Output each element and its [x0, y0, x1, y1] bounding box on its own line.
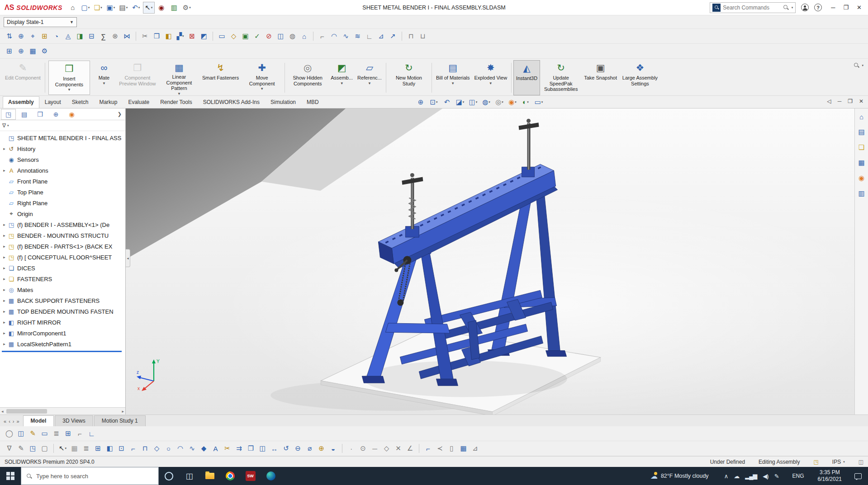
task-pane-home-icon[interactable]: ⌂	[859, 113, 863, 121]
home-icon[interactable]: ⌂	[67, 2, 79, 14]
ribbon-button-component-preview-window[interactable]: ❐Component Preview Window	[117, 60, 158, 95]
ribbon-button-edit-component[interactable]: ✎Edit Component	[3, 60, 43, 95]
task-view-icon[interactable]: ◫	[179, 467, 199, 485]
custom-tool-icon[interactable]: ⌖	[27, 30, 38, 42]
custom-tool-icon[interactable]: ◫	[275, 30, 286, 42]
select-arrow-icon[interactable]: ↖▾	[143, 2, 155, 14]
custom-tool-icon[interactable]: ◔	[51, 30, 62, 42]
expand-arrow-icon[interactable]: ▸	[1, 168, 7, 173]
graphics-viewport[interactable]: Y z x	[126, 108, 854, 414]
custom-tool-icon[interactable]: ✂	[139, 30, 151, 42]
custom-tool-icon[interactable]: ⊿	[375, 30, 387, 42]
ribbon-tab-mbd[interactable]: MBD	[301, 96, 324, 108]
sketch-tool-icon[interactable]: ▦	[69, 443, 80, 454]
custom-tool-icon[interactable]: ◨	[74, 30, 85, 42]
zoom-area-icon[interactable]: ⊡▾	[428, 97, 439, 107]
expand-arrow-icon[interactable]: ▸	[1, 244, 7, 249]
sketch-tool-icon[interactable]: ❒	[245, 443, 256, 454]
sketch-setting-tool-icon[interactable]: ⚙	[39, 45, 50, 57]
language-indicator[interactable]: ENG	[789, 473, 808, 479]
hidden-icons-chevron[interactable]: ∧	[724, 473, 728, 480]
sketch-tool-icon[interactable]: ◇	[151, 443, 162, 454]
custom-tool-icon[interactable]: ⋈	[121, 30, 133, 42]
custom-tool-icon[interactable]: ◍	[287, 30, 298, 42]
tab-nav-arrow-0[interactable]: «	[4, 419, 6, 424]
ribbon-tab-render-tools[interactable]: Render Tools	[155, 96, 198, 108]
ribbon-button-new-motion-study[interactable]: ↻New Motion Study	[388, 60, 430, 95]
ribbon-button-update-speedpak-subassemblies[interactable]: ↻Update SpeedPak Subassemblies	[540, 60, 582, 95]
custom-tool-icon[interactable]: ◬	[62, 30, 74, 42]
restore-window-button[interactable]: ❐	[843, 4, 849, 11]
appearances-tab[interactable]: ◉	[64, 109, 79, 120]
start-button[interactable]	[0, 467, 21, 485]
ribbon-button-assemb[interactable]: ◩Assemb...▼	[328, 60, 355, 95]
solidworks-icon[interactable]: SW	[240, 467, 261, 485]
sketch-tool-icon[interactable]: ◠	[175, 443, 186, 454]
ribbon-expand-caret-icon[interactable]: ▾	[862, 64, 863, 67]
sketch-setting-tool-icon[interactable]: ⊞	[4, 45, 15, 57]
sketch-tool-icon[interactable]: ≺	[434, 443, 446, 454]
expand-arrow-icon[interactable]: ▸	[1, 266, 7, 270]
markup-tool-icon[interactable]: ✎	[27, 428, 38, 439]
expand-arrow-icon[interactable]: ▸	[1, 331, 7, 335]
markup-tool-icon[interactable]: ⌐	[74, 428, 85, 439]
custom-tool-icon[interactable]: ⊕	[15, 30, 27, 42]
custom-tool-icon[interactable]: ⊞	[39, 30, 50, 42]
command-search-box[interactable]: ▾	[710, 2, 796, 13]
report-icon[interactable]: ▥	[168, 2, 180, 14]
ribbon-tab-sketch[interactable]: Sketch	[66, 96, 94, 108]
minimize-document-icon[interactable]: ─	[838, 98, 842, 104]
tree-item-top-plane[interactable]: ▱Top Plane	[0, 187, 125, 198]
panel-tabs-overflow-chevron[interactable]: ❯	[115, 111, 124, 117]
expand-arrow-icon[interactable]: ▸	[1, 277, 7, 281]
expand-arrow-icon[interactable]: ▸	[1, 222, 7, 227]
custom-tool-icon[interactable]: ∑	[98, 30, 109, 42]
sketch-tool-icon[interactable]: ✂	[222, 443, 233, 454]
appearances-pane-icon[interactable]: ◉	[859, 174, 864, 182]
sketch-tool-icon[interactable]: ⊡	[116, 443, 127, 454]
display-state-dropdown[interactable]: Display State-1 ▼	[4, 17, 77, 27]
ribbon-tab-layout[interactable]: Layout	[39, 96, 66, 108]
custom-tool-icon[interactable]: ⇅	[4, 30, 15, 42]
tree-item-back-support-fasteners[interactable]: ▸▦BACK SUPPORT FASTENERS	[0, 295, 125, 306]
restore-document-icon[interactable]: ❐	[848, 98, 853, 104]
panel-collapse-handle[interactable]: ◂	[126, 249, 130, 267]
custom-tool-icon[interactable]: ◧	[163, 30, 174, 42]
volume-icon[interactable]: ◀)	[763, 473, 768, 480]
markup-tool-icon[interactable]: ≣	[51, 428, 62, 439]
tree-item-right-plane[interactable]: ▱Right Plane	[0, 198, 125, 208]
sketch-tool-icon[interactable]: ∿	[186, 443, 198, 454]
tree-item-localsketchpattern1[interactable]: ▸▦LocalSketchPattern1	[0, 339, 125, 349]
custom-tool-icon[interactable]: ∿	[340, 30, 351, 42]
tab-nav-arrow-3[interactable]: »	[16, 419, 19, 424]
sketch-tool-icon[interactable]: ↖▾	[57, 443, 68, 454]
scroll-left-icon[interactable]: ◂	[0, 409, 5, 414]
hide-show-items-icon[interactable]: ◎▾	[494, 97, 505, 107]
custom-tool-icon[interactable]: ≋	[352, 30, 363, 42]
tree-item-history[interactable]: ▸↺History	[0, 143, 125, 154]
design-library-icon[interactable]: ▤	[858, 128, 864, 136]
ribbon-button-mate[interactable]: ∞Mate▼	[91, 60, 117, 95]
custom-tool-icon[interactable]: ❒	[151, 30, 162, 42]
custom-tool-icon[interactable]: ⌂	[299, 30, 310, 42]
custom-tool-icon[interactable]: ✓	[251, 30, 263, 42]
tree-item-f-conceptual-floor-sheet[interactable]: ▸◳(f) [ CONCEPTUAL FLOOR^SHEET	[0, 252, 125, 263]
tree-item-dices[interactable]: ▸❏DICES	[0, 263, 125, 273]
sketch-tool-icon[interactable]: ◇	[381, 443, 392, 454]
document-tab-3d-views[interactable]: 3D Views	[55, 415, 93, 426]
ribbon-tab-evaluate[interactable]: Evaluate	[123, 96, 155, 108]
scroll-right-icon[interactable]: ▸	[120, 409, 125, 414]
expand-arrow-icon[interactable]: ▸	[1, 287, 7, 292]
custom-tool-icon[interactable]: ▣	[240, 30, 251, 42]
pen-icon[interactable]: ✎	[774, 473, 779, 480]
sketch-tool-icon[interactable]: ⊕	[316, 443, 327, 454]
rollback-bar[interactable]	[2, 351, 122, 352]
view-orientation-icon[interactable]: ◫▾	[468, 97, 479, 107]
tree-item-origin[interactable]: ⌖Origin	[0, 208, 125, 219]
save-icon[interactable]: ▣▾	[105, 2, 117, 14]
ribbon-button-show-hidden-components[interactable]: ◎Show Hidden Components	[287, 60, 328, 95]
sketch-tool-icon[interactable]: ∇	[4, 443, 15, 454]
ribbon-button-linear-component-pattern[interactable]: ▦Linear Component Pattern▼	[158, 60, 200, 95]
custom-tool-icon[interactable]: ⊔	[417, 30, 428, 42]
sketch-tool-icon[interactable]: ⊿	[470, 443, 481, 454]
